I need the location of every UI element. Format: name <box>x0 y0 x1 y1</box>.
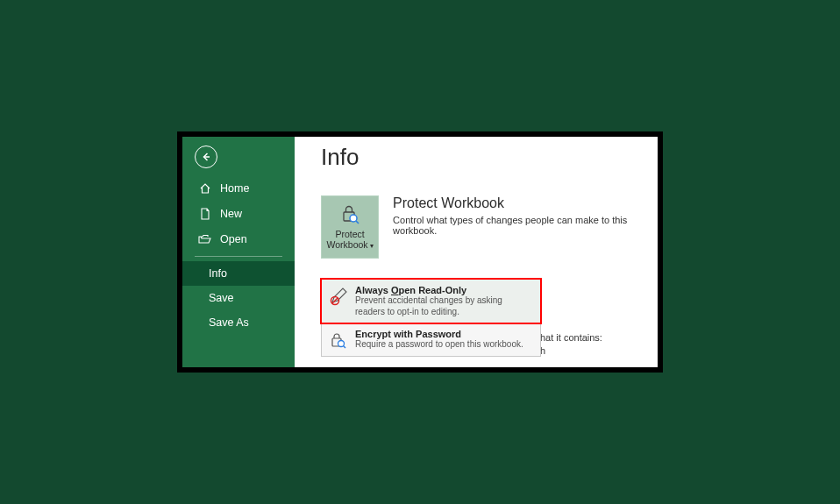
protect-workbook-text: Protect Workbook Control what types of c… <box>393 195 658 236</box>
backstage-content: Info Protect Workbook▾ <box>295 137 658 367</box>
backstage-sidebar: Home New Open Info Save <box>182 137 295 367</box>
open-folder-icon <box>198 232 211 245</box>
new-file-icon <box>198 207 211 220</box>
protect-button-label-1: Protect <box>335 229 364 239</box>
protect-workbook-button[interactable]: Protect Workbook▾ <box>321 195 379 259</box>
sidebar-item-label: Info <box>209 267 227 280</box>
screenshot-frame: Home New Open Info Save <box>177 131 663 373</box>
back-arrow-icon <box>201 152 211 162</box>
sidebar-item-home[interactable]: Home <box>182 175 295 201</box>
protect-workbook-dropdown: Always Open Read-Only Prevent accidental… <box>321 280 541 357</box>
home-icon <box>198 181 211 195</box>
protect-button-label-2: Workbook <box>327 239 368 250</box>
sidebar-item-info[interactable]: Info <box>182 261 295 286</box>
page-title: Info <box>321 144 658 171</box>
sidebar-divider <box>195 256 282 257</box>
back-button[interactable] <box>195 146 217 168</box>
menu-item-always-open-read-only[interactable]: Always Open Read-Only Prevent accidental… <box>320 278 542 324</box>
menu-item-title: Always Open Read-Only <box>355 285 533 295</box>
protect-workbook-section: Protect Workbook▾ Protect Workbook Contr… <box>321 195 658 259</box>
obscured-background-text: hat it contains: h <box>540 331 602 358</box>
lock-search-icon <box>329 330 348 350</box>
lock-search-icon <box>339 203 360 226</box>
menu-item-encrypt-with-password[interactable]: Encrypt with Password Require a password… <box>322 323 540 356</box>
sidebar-item-label: Save <box>209 292 234 304</box>
sidebar-item-label: New <box>220 208 242 220</box>
protect-description: Control what types of changes people can… <box>393 215 658 236</box>
excel-backstage: Home New Open Info Save <box>182 137 658 367</box>
menu-item-title: Encrypt with Password <box>355 329 523 339</box>
sidebar-item-label: Save As <box>209 316 249 329</box>
svg-point-4 <box>338 341 345 347</box>
sidebar-item-label: Home <box>220 182 249 195</box>
svg-point-1 <box>350 215 357 222</box>
sidebar-item-open[interactable]: Open <box>182 226 295 252</box>
protect-heading: Protect Workbook <box>393 195 658 211</box>
sidebar-item-save[interactable]: Save <box>182 286 295 310</box>
menu-item-desc: Require a password to open this workbook… <box>355 339 523 351</box>
sidebar-item-label: Open <box>220 233 247 245</box>
pencil-no-icon <box>329 287 348 306</box>
chevron-down-icon: ▾ <box>370 242 374 250</box>
sidebar-item-save-as[interactable]: Save As <box>182 310 295 335</box>
sidebar-item-new[interactable]: New <box>182 201 295 226</box>
menu-item-desc: Prevent accidental changes by asking rea… <box>355 295 533 317</box>
